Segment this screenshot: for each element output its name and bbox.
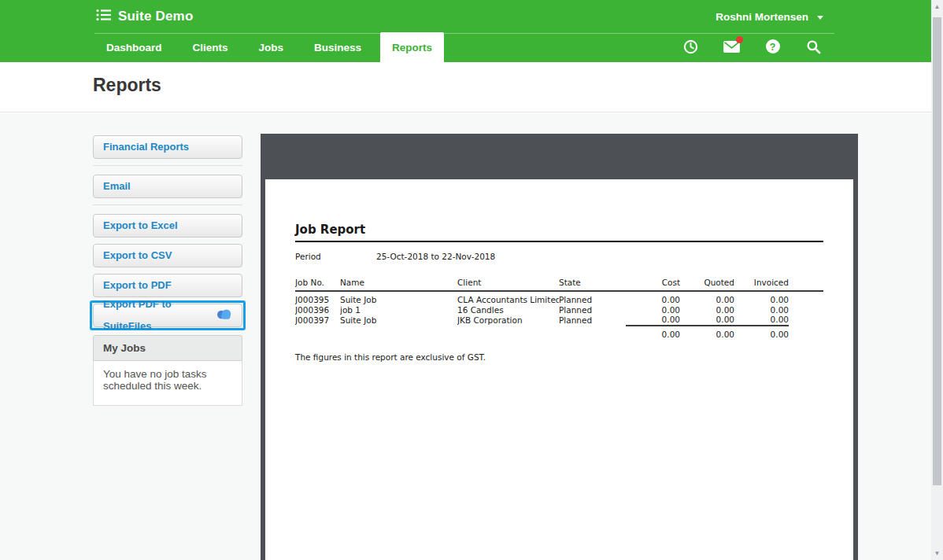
app-header: Suite Demo Roshni Mortensen Dashboard Cl… <box>0 0 931 62</box>
cell-client: 16 Candles <box>457 305 559 315</box>
email-button[interactable]: Email <box>93 175 242 198</box>
export-pdf-suitefiles-label: Export PDF to SuiteFiles <box>103 293 209 337</box>
highlight-ring: Export PDF to SuiteFiles <box>90 300 246 330</box>
sidebar-divider <box>93 165 242 166</box>
brand[interactable]: Suite Demo <box>96 9 194 24</box>
col-cost: Cost <box>626 278 680 291</box>
my-jobs-empty-message: You have no job tasks scheduled this wee… <box>93 361 242 406</box>
table-row: J000395 Suite Job CLA Accountants Limite… <box>295 291 823 305</box>
cell-client: CLA Accountants Limited <box>457 291 559 305</box>
report-period: Period 25-Oct-2018 to 22-Nov-2018 <box>295 252 823 261</box>
header-icons: ? <box>682 39 822 54</box>
period-label: Period <box>295 252 376 261</box>
col-name: Name <box>340 278 457 291</box>
job-report: Job Report Period 25-Oct-2018 to 22-Nov-… <box>265 179 853 362</box>
export-excel-button[interactable]: Export to Excel <box>93 214 242 238</box>
scrollbar[interactable]: ▲ ▼ <box>931 0 943 560</box>
financial-reports-button[interactable]: Financial Reports <box>93 135 242 159</box>
cell-cost: 0.00 <box>626 315 680 326</box>
job-report-table: Job No. Name Client State Cost Quoted In… <box>295 278 823 339</box>
col-quoted: Quoted <box>680 278 734 291</box>
chevron-down-icon <box>817 16 823 20</box>
cell-quoted: 0.00 <box>680 315 734 326</box>
total-cost: 0.00 <box>626 326 680 340</box>
help-icon[interactable]: ? <box>764 39 781 54</box>
cell-invoiced: 0.00 <box>734 305 789 315</box>
cell-quoted: 0.00 <box>680 305 734 315</box>
scroll-up-arrow[interactable]: ▲ <box>931 3 943 10</box>
table-row: J000396 job 1 16 Candles Planned 0.00 0.… <box>295 305 823 315</box>
app-window: Suite Demo Roshni Mortensen Dashboard Cl… <box>0 0 931 560</box>
cell-cost: 0.00 <box>626 291 680 305</box>
report-footnote: The figures in this report are exclusive… <box>295 352 823 362</box>
page-title: Reports <box>0 62 931 96</box>
report-preview-frame: Job Report Period 25-Oct-2018 to 22-Nov-… <box>261 134 858 560</box>
table-row: J000397 Suite Job JKB Corporation Planne… <box>295 315 823 326</box>
search-icon[interactable] <box>805 39 822 54</box>
clock-icon[interactable] <box>682 39 699 54</box>
cell-job-no: J000396 <box>295 305 340 315</box>
notification-dot <box>736 36 743 43</box>
cell-job-no: J000397 <box>295 315 340 326</box>
cell-name: Suite Job <box>340 315 457 326</box>
sidebar-divider <box>93 204 242 205</box>
tab-reports[interactable]: Reports <box>380 32 444 62</box>
report-title: Job Report <box>295 223 823 242</box>
period-value: 25-Oct-2018 to 22-Nov-2018 <box>376 252 495 261</box>
cell-name: job 1 <box>340 305 457 315</box>
cell-cost: 0.00 <box>626 305 680 315</box>
col-invoiced: Invoiced <box>734 278 789 291</box>
total-invoiced: 0.00 <box>734 326 789 340</box>
scroll-down-arrow[interactable]: ▼ <box>931 550 943 557</box>
content-area: Financial Reports Email Export to Excel … <box>0 113 931 560</box>
tab-clients[interactable]: Clients <box>181 34 240 62</box>
cell-invoiced: 0.00 <box>734 291 789 305</box>
tab-dashboard[interactable]: Dashboard <box>94 34 174 62</box>
col-client: Client <box>457 278 559 291</box>
cell-quoted: 0.00 <box>680 291 734 305</box>
app-title: Suite Demo <box>118 9 194 24</box>
user-name: Roshni Mortensen <box>716 11 808 23</box>
tab-jobs[interactable]: Jobs <box>247 34 296 62</box>
cell-job-no: J000395 <box>295 291 340 305</box>
cell-state: Planned <box>559 315 626 326</box>
mail-icon[interactable] <box>723 39 740 54</box>
col-job-no: Job No. <box>295 278 340 291</box>
reports-sidebar: Financial Reports Email Export to Excel … <box>93 135 242 406</box>
totals-row: 0.00 0.00 0.00 <box>295 326 823 340</box>
export-csv-button[interactable]: Export to CSV <box>93 244 242 267</box>
cell-client: JKB Corporation <box>457 315 559 326</box>
total-quoted: 0.00 <box>680 326 734 340</box>
my-jobs-title: My Jobs <box>93 335 242 361</box>
header-top-row: Suite Demo Roshni Mortensen <box>0 0 931 34</box>
table-header-row: Job No. Name Client State Cost Quoted In… <box>295 278 823 291</box>
scrollbar-thumb[interactable] <box>933 17 941 485</box>
my-jobs-panel: My Jobs You have no job tasks scheduled … <box>93 335 242 406</box>
list-icon <box>96 9 111 24</box>
user-menu[interactable]: Roshni Mortensen <box>716 11 823 23</box>
tab-business[interactable]: Business <box>302 34 373 62</box>
cloud-icon <box>216 305 232 327</box>
cell-state: Planned <box>559 305 626 315</box>
page-header: Reports <box>0 62 931 112</box>
report-page: Job Report Period 25-Oct-2018 to 22-Nov-… <box>265 179 853 560</box>
cell-invoiced: 0.00 <box>734 315 789 326</box>
col-state: State <box>559 278 626 291</box>
col-spacer <box>789 278 823 291</box>
export-pdf-suitefiles-button[interactable]: Export PDF to SuiteFiles <box>93 304 242 327</box>
cell-name: Suite Job <box>340 291 457 305</box>
cell-state: Planned <box>559 291 626 305</box>
